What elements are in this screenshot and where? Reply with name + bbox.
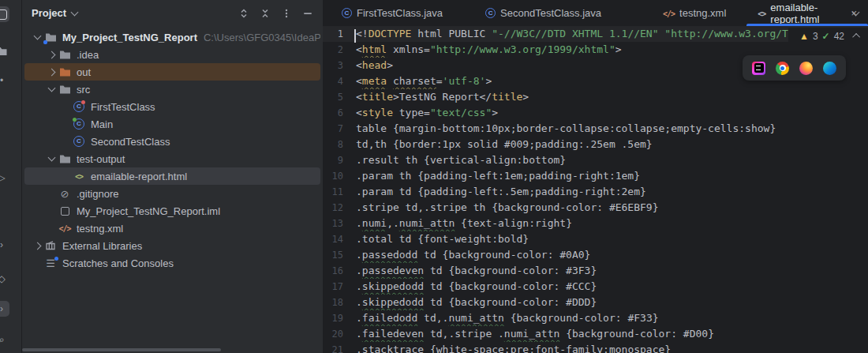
tree-row-emailable-report-html[interactable]: <>emailable-report.html (24, 167, 320, 185)
line-number[interactable]: 11 (323, 184, 343, 200)
code-line-15: 15.passedodd td {background-color: #0A0} (323, 247, 868, 263)
collapse-widget-icon[interactable] (852, 33, 860, 41)
line-number[interactable]: 18 (323, 295, 343, 310)
typo-count[interactable]: 42 (834, 31, 844, 42)
structure-icon[interactable]: ◇ (0, 271, 9, 287)
code-line-12: 12.stripe td,.stripe th {background-colo… (323, 200, 868, 216)
expand-all-icon[interactable] (237, 6, 251, 21)
tree-item-label: Main (91, 118, 113, 130)
line-number[interactable]: 2 (323, 42, 343, 58)
tree-row-out[interactable]: out (24, 63, 320, 81)
line-number[interactable]: 15 (323, 247, 343, 263)
tab-list-dropdown-icon[interactable] (853, 0, 859, 26)
tree-row-test-output[interactable]: test-output (24, 150, 320, 167)
line-number[interactable]: 5 (323, 89, 343, 105)
code-line-5: 5<title>TestNG Report</title> (323, 89, 868, 105)
browser-preview-toolbar (743, 55, 846, 81)
code-line-1: 1<!DOCTYPE html PUBLIC "-//W3C//DTD XHTM… (323, 26, 868, 42)
code-line-21: 21.stacktrace {white-space:pre;font-fami… (323, 342, 868, 353)
tree-row-secondtestclass[interactable]: CSecondTestClass (24, 133, 320, 150)
more-options-icon[interactable] (279, 6, 294, 21)
tree-item-label: Scratches and Consoles (62, 257, 174, 269)
code-line-13: 13.numi,.numi_attn {text-align:right} (323, 216, 868, 231)
horizontal-scrollbar[interactable] (22, 348, 221, 351)
tab-emailable-report-html[interactable]: <>emailable-report.html× (746, 0, 868, 26)
ide-window: •▷›◇›⌕ Project My_Project_TestNG_Rep (0, 0, 868, 353)
tab-secondtestclass-java[interactable]: CSecondTestClass.java (474, 0, 612, 26)
code-line-6: 6<style type="text/css"> (323, 105, 868, 121)
tree-chevron-icon[interactable] (45, 157, 58, 160)
tree-item-label: FirstTestClass (91, 101, 155, 113)
line-number[interactable]: 19 (323, 310, 343, 326)
line-number[interactable]: 10 (323, 168, 343, 184)
tree-chevron-icon[interactable] (31, 36, 43, 39)
tree-chevron-icon[interactable] (45, 88, 58, 91)
tree-item-label: My_Project_TestNG_Report.iml (77, 205, 220, 217)
tree-row-main[interactable]: CMain (24, 115, 320, 133)
edge-icon[interactable] (823, 62, 836, 75)
chevron-down-icon[interactable] (71, 8, 79, 16)
file-type-icon: </> (663, 7, 675, 19)
warning-icon: ▲ (799, 31, 809, 42)
folder-icon (58, 82, 72, 96)
hide-panel-icon[interactable] (301, 6, 315, 21)
line-number[interactable]: 16 (323, 263, 343, 279)
terminal-icon[interactable]: › (0, 301, 9, 317)
line-number[interactable]: 7 (323, 121, 343, 137)
line-number[interactable]: 4 (323, 73, 343, 89)
tree-row-testng-xml[interactable]: </>testng.xml (24, 220, 320, 237)
project-tool-icon[interactable] (0, 6, 9, 22)
problems-icon[interactable]: › (0, 237, 9, 253)
tool-window-title[interactable]: Project (32, 7, 66, 19)
line-number[interactable]: 1 (323, 26, 343, 42)
line-number[interactable]: 9 (323, 152, 343, 168)
tree-row-gitignore[interactable]: ⊘.gitignore (24, 185, 320, 202)
collapse-all-icon[interactable] (258, 6, 272, 21)
line-number[interactable]: 12 (323, 200, 343, 216)
tree-row-scratches-and-consoles[interactable]: ☰Scratches and Consoles (24, 254, 320, 272)
line-number[interactable]: 14 (323, 231, 343, 247)
firefox-icon[interactable] (799, 62, 813, 75)
tree-row-my-project-testng-report[interactable]: My_Project_TestNG_ReportC:\Users\GFG0345… (24, 28, 320, 46)
project-tree: My_Project_TestNG_ReportC:\Users\GFG0345… (22, 28, 323, 272)
text-caret (354, 29, 356, 43)
idea-preview-icon[interactable] (752, 62, 765, 75)
tree-row-external-libraries[interactable]: External Libraries (24, 237, 320, 254)
tree-item-label: out (77, 66, 91, 78)
tree-row-my-project-testng-report-iml[interactable]: My_Project_TestNG_Report.iml (24, 202, 320, 220)
warning-count[interactable]: 3 (813, 31, 818, 42)
line-number[interactable]: 6 (323, 105, 343, 121)
typo-check-icon: ✓ (822, 31, 830, 42)
tree-row-firsttestclass[interactable]: CFirstTestClass (24, 98, 320, 115)
tab-testng-xml[interactable]: </>testng.xml (652, 0, 737, 26)
run-tool-icon[interactable]: ▷ (0, 170, 9, 186)
tree-chevron-icon[interactable] (45, 69, 58, 75)
tab-firsttestclass-java[interactable]: CFirstTestClass.java (331, 0, 454, 26)
project-panel-header: Project (22, 0, 323, 26)
tree-item-label: test-output (77, 153, 125, 165)
search-icon[interactable]: ⌕ (0, 332, 9, 347)
tree-row-idea[interactable]: .idea (24, 46, 320, 63)
line-number[interactable]: 8 (323, 137, 343, 152)
line-number[interactable]: 17 (323, 279, 343, 295)
tree-item-label: External Libraries (62, 240, 142, 252)
bookmark-dot-icon[interactable]: • (0, 73, 9, 88)
tab-label: SecondTestClass.java (500, 7, 601, 19)
line-number[interactable]: 13 (323, 216, 343, 231)
project-path: C:\Users\GFG0345\IdeaProje (204, 32, 320, 43)
line-number[interactable]: 21 (323, 342, 343, 353)
tree-row-src[interactable]: src (24, 81, 320, 98)
code-line-19: 19.failedodd td,.numi_attn {background-c… (323, 310, 868, 326)
line-number[interactable]: 20 (323, 326, 343, 342)
commit-tool-icon[interactable] (0, 43, 9, 59)
inspections-widget[interactable]: ▲ 3 ✓ 42 (788, 28, 868, 44)
editor-area: CFirstTestClass.javaCSecondTestClass.jav… (323, 0, 868, 353)
tree-chevron-icon[interactable] (31, 243, 43, 249)
file-type-icon: C (485, 8, 496, 18)
iml-icon (58, 204, 72, 218)
line-number[interactable]: 3 (323, 58, 343, 73)
scratch-icon: ☰ (43, 256, 58, 270)
chrome-icon[interactable] (776, 62, 789, 75)
tab-label: FirstTestClass.java (357, 7, 443, 19)
tree-chevron-icon[interactable] (45, 52, 58, 58)
